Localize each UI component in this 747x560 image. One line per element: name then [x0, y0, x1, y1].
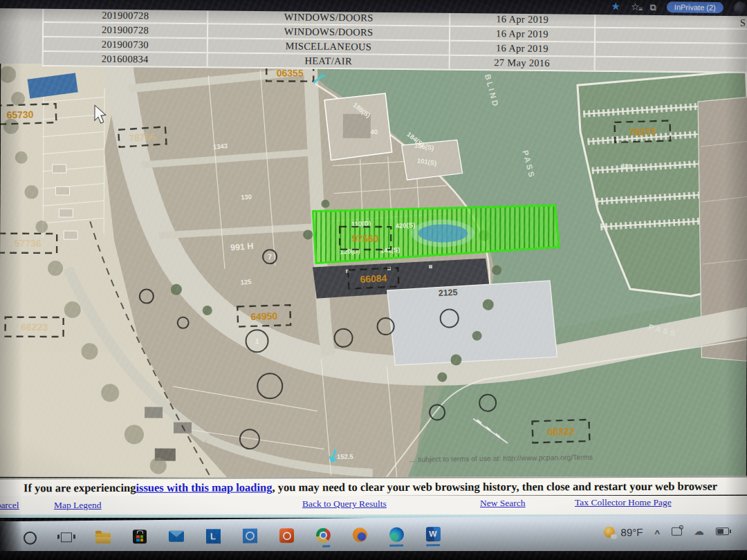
permit-extra: [595, 42, 747, 58]
clipped-table-text: S: [740, 18, 746, 29]
map-loading-help-link[interactable]: issues with this map loading: [136, 480, 272, 495]
svg-text:991 H: 991 H: [230, 241, 254, 253]
monitor-bezel: [0, 551, 747, 560]
back-to-query-results-link[interactable]: Back to Query Results: [302, 498, 387, 510]
svg-text:1343: 1343: [212, 142, 228, 151]
circle-number: 1: [255, 337, 259, 345]
monitor-screen: ★ ☆ ⧉ InPrivate (2) 201900728 WINDOWS/DO…: [0, 0, 747, 560]
permit-type: HEAT/AIR: [208, 53, 450, 69]
page-links-bar: s parcel Map Legend Back to Query Result…: [0, 496, 747, 514]
svg-text:125: 125: [240, 278, 252, 286]
screen-photo: ★ ☆ ⧉ InPrivate (2) 201900728 WINDOWS/DO…: [0, 0, 747, 560]
permit-number: 201900728: [43, 22, 208, 38]
svg-text:65730: 65730: [6, 109, 34, 120]
svg-text:2125: 2125: [438, 288, 457, 298]
permit-date: 16 Apr 2019: [450, 26, 595, 42]
notice-prefix: If you are experiencing: [24, 480, 136, 494]
profile-avatar[interactable]: [734, 1, 747, 15]
microsoft-store-icon[interactable]: [132, 529, 147, 544]
svg-text:66223: 66223: [21, 321, 48, 333]
cortana-button[interactable]: [22, 530, 37, 545]
svg-text:66084: 66084: [360, 272, 387, 285]
svg-text:420(S): 420(S): [396, 221, 416, 230]
permit-table: 201900728 WINDOWS/DOORS 16 Apr 2019 2019…: [42, 7, 747, 73]
page-background: [0, 4, 43, 64]
new-search-link[interactable]: New Search: [480, 498, 526, 509]
svg-text:97560: 97560: [352, 233, 379, 244]
chrome-icon[interactable]: [315, 528, 331, 543]
active-indicator: [426, 544, 440, 546]
l-app-icon[interactable]: L: [205, 528, 221, 543]
svg-text:120(D): 120(D): [340, 247, 360, 255]
circle-number: 7: [268, 252, 272, 261]
permit-extra: [595, 28, 747, 44]
onedrive-cloud-icon[interactable]: ☁: [694, 526, 704, 536]
tray-device-icon[interactable]: [672, 528, 682, 536]
remote-app-icon[interactable]: [242, 528, 257, 543]
firefox-icon[interactable]: [352, 527, 367, 542]
svg-text:57736: 57736: [15, 238, 42, 249]
file-explorer-icon[interactable]: [95, 530, 111, 545]
parcel-map[interactable]: 1 7 188(S) 184(S) 106(S) 101(S) 110(D) 4…: [0, 61, 747, 480]
svg-text:130: 130: [241, 193, 252, 201]
svg-text:40: 40: [371, 128, 378, 136]
svg-text:78766: 78766: [129, 131, 156, 144]
favorites-bar-icon[interactable]: ☆: [631, 2, 640, 12]
svg-text:64950: 64950: [250, 310, 278, 322]
permit-date: 16 Apr 2019: [450, 41, 595, 57]
permit-date: 27 May 2016: [450, 55, 595, 71]
active-indicator: [322, 545, 330, 548]
svg-text:08322: 08322: [547, 426, 575, 438]
map-legend-link[interactable]: Map Legend: [54, 500, 102, 511]
office-icon[interactable]: [279, 528, 294, 543]
notice-suffix: , you may need to clear your web browsin…: [273, 479, 718, 494]
previous-parcel-link[interactable]: s parcel: [0, 500, 19, 511]
svg-text:78375: 78375: [629, 126, 656, 138]
permit-number: 201900730: [43, 37, 208, 53]
svg-text:06355: 06355: [277, 67, 304, 78]
collections-icon[interactable]: ⧉: [650, 2, 656, 11]
active-indicator: [389, 545, 403, 547]
word-icon[interactable]: W: [425, 526, 441, 541]
inprivate-badge[interactable]: InPrivate (2): [667, 1, 723, 13]
svg-text:152.5: 152.5: [337, 453, 354, 460]
tray-chevron-icon[interactable]: ^: [654, 528, 660, 539]
permit-number: 201600834: [43, 51, 208, 67]
weather-sun-icon[interactable]: [603, 527, 614, 538]
edge-icon[interactable]: [389, 527, 404, 542]
battery-icon[interactable]: [716, 528, 729, 535]
mail-icon[interactable]: [169, 529, 184, 544]
task-view-button[interactable]: [59, 530, 74, 545]
tax-collector-home-link[interactable]: Tax Collector Home Page: [575, 497, 672, 508]
favorite-star-icon[interactable]: ★: [611, 1, 620, 12]
svg-text:320: 320: [621, 162, 632, 170]
map-loading-notice: If you are experiencing issues with this…: [0, 476, 747, 497]
permit-extra: [595, 57, 747, 73]
temperature-readout[interactable]: 89°F: [620, 526, 643, 538]
